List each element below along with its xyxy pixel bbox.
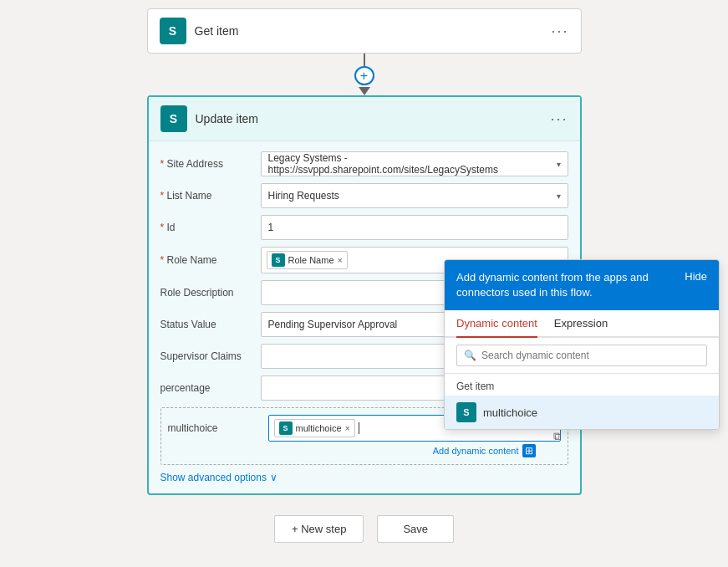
dynamic-item-multichoice[interactable]: S multichoice (445, 396, 719, 429)
add-dynamic-content-link[interactable]: Add dynamic content (433, 446, 519, 456)
search-icon: 🔍 (464, 350, 476, 361)
tab-dynamic-content[interactable]: Dynamic content (456, 310, 537, 338)
show-advanced-chevron-icon: ∨ (270, 472, 277, 483)
multichoice-tag-icon: S (279, 421, 293, 435)
connector: + (354, 54, 374, 95)
update-item-title: Update item (196, 112, 551, 125)
role-description-label: Role Description (160, 287, 261, 299)
supervisor-claims-label: Supervisor Claims (160, 350, 261, 362)
list-name-row: List Name Hiring Requests ▾ (160, 183, 568, 208)
dynamic-search-area: 🔍 (445, 338, 719, 374)
role-name-label: Role Name (160, 254, 261, 266)
list-name-chevron-icon: ▾ (557, 192, 561, 201)
list-name-label: List Name (160, 190, 261, 202)
search-box: 🔍 (456, 345, 707, 366)
update-item-header: S Update item ··· (149, 97, 580, 141)
hide-panel-button[interactable]: Hide (685, 270, 707, 283)
tab-expression[interactable]: Expression (554, 310, 608, 338)
multichoice-tag-close[interactable]: × (345, 423, 350, 433)
get-item-menu[interactable]: ··· (551, 23, 568, 40)
dynamic-item-label: multichoice (483, 406, 537, 419)
id-label: Id (160, 222, 261, 233)
panel-section-header: Get item (445, 374, 719, 396)
multichoice-tag: S multichoice × (274, 419, 355, 437)
id-input[interactable] (261, 215, 568, 240)
new-step-button[interactable]: + New step (274, 515, 364, 543)
status-value-label: Status Value (160, 319, 261, 330)
save-button[interactable]: Save (377, 515, 454, 543)
dynamic-item-icon: S (456, 402, 476, 422)
dynamic-content-panel: Add dynamic content from the apps and co… (444, 259, 720, 430)
connector-line-top (364, 54, 365, 66)
connector-arrow (359, 87, 370, 95)
role-name-tag: S Role Name × (267, 251, 348, 269)
list-name-select[interactable]: Hiring Requests ▾ (261, 183, 568, 208)
dynamic-search-input[interactable] (481, 350, 700, 361)
dynamic-plus-icon[interactable]: ⊞ (522, 444, 536, 457)
text-cursor (359, 422, 359, 434)
add-step-button[interactable]: + (354, 66, 374, 85)
id-row: Id (160, 215, 568, 240)
role-name-tag-close[interactable]: × (338, 255, 343, 265)
dynamic-panel-header-text: Add dynamic content from the apps and co… (456, 270, 676, 300)
get-item-card: S Get item ··· (147, 8, 582, 54)
dynamic-panel-header: Add dynamic content from the apps and co… (445, 260, 719, 310)
multichoice-label: multichoice (168, 422, 268, 434)
copy-icon[interactable]: ⧉ (553, 430, 561, 443)
site-address-select[interactable]: Legacy Systems - https://ssvppd.sharepoi… (261, 151, 568, 176)
role-name-tag-icon: S (272, 253, 285, 267)
dynamic-panel-tabs: Dynamic content Expression (445, 310, 719, 338)
site-address-label: Site Address (160, 158, 261, 170)
update-item-icon: S (160, 105, 187, 132)
site-address-chevron-icon: ▾ (557, 160, 561, 169)
percentage-label: percentage (160, 382, 261, 394)
update-item-menu[interactable]: ··· (550, 110, 568, 128)
show-advanced-options[interactable]: Show advanced options ∨ (160, 472, 568, 483)
bottom-buttons: + New step Save (274, 515, 454, 543)
add-dynamic-row: Add dynamic content ⊞ (168, 444, 561, 457)
get-item-icon: S (160, 18, 186, 44)
get-item-title: Get item (195, 24, 552, 38)
site-address-row: Site Address Legacy Systems - https://ss… (160, 151, 568, 176)
